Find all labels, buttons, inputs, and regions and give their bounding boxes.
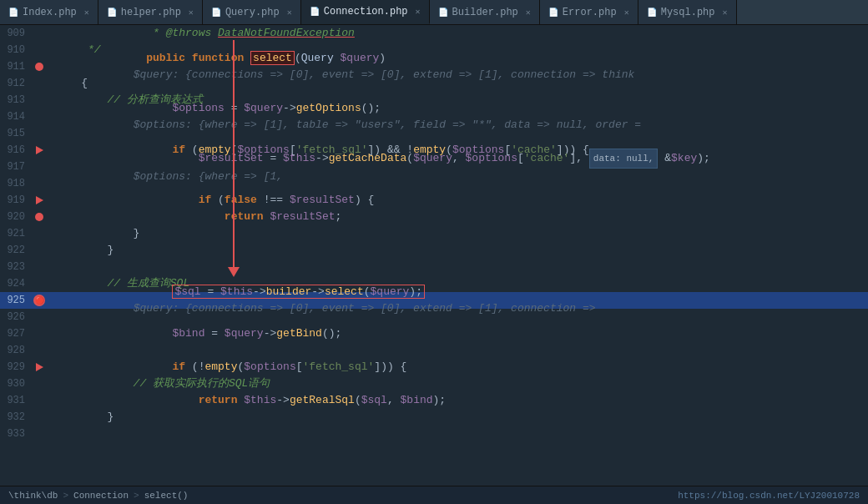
php-file-icon: 📄 [647, 8, 657, 18]
gutter-926 [30, 309, 48, 325]
line-row-920: 920 [0, 209, 48, 225]
gutter-929 [30, 359, 48, 375]
code-line-925: $sql = $this->builder->select($query); $… [48, 292, 868, 309]
gutter-915 [30, 125, 48, 142]
status-url: https://blog.csdn.net/LYJ20010728 [678, 491, 860, 501]
arrow-916 [36, 146, 43, 154]
line-row-912: 912 [0, 75, 48, 92]
code-line-920: return $resultSet; [48, 209, 868, 225]
line-row-927: 927 [0, 325, 48, 342]
line-row-918: 918 [0, 175, 48, 192]
line-row-913: 913 [0, 92, 48, 108]
gutter-913 [30, 92, 48, 108]
line-row-926: 926 [0, 309, 48, 325]
breakpoint-920 [35, 213, 43, 221]
status-breadcrumb-area: \think\db > Connection > select() [8, 491, 188, 501]
gutter-920 [30, 209, 48, 225]
line-row-909: 909 [0, 25, 48, 42]
tab-close-icon[interactable]: ✕ [84, 8, 89, 18]
line-row-928: 928 [0, 342, 48, 359]
tab-close-icon[interactable]: ✕ [723, 8, 728, 18]
gutter-918 [30, 175, 48, 192]
gutter-927 [30, 325, 48, 342]
tab-close-icon[interactable]: ✕ [189, 8, 194, 18]
php-file-icon: 📄 [438, 8, 448, 18]
gutter-932 [30, 409, 48, 426]
gutter-930 [30, 375, 48, 392]
code-lines: * @throws DataNotFoundException */ publi… [48, 25, 868, 442]
tab-close-icon[interactable]: ✕ [624, 8, 629, 18]
gutter-909 [30, 25, 48, 42]
line-row-915: 915 [0, 125, 48, 142]
line-row-924: 924 [0, 275, 48, 292]
line-row-922: 922 [0, 242, 48, 259]
php-file-icon: 📄 [8, 8, 18, 18]
breadcrumb-select: select() [144, 491, 189, 501]
tab-query-php[interactable]: 📄 Query.php ✕ [203, 0, 301, 24]
tab-mysql-php[interactable]: 📄 Mysql.php ✕ [638, 0, 737, 24]
tab-close-icon[interactable]: ✕ [526, 8, 531, 18]
gutter-933 [30, 426, 48, 442]
breakpoint-911 [35, 63, 43, 71]
breakpoint-current-925: 🔴 [33, 295, 45, 306]
line-row-932: 932 [0, 409, 48, 426]
main-content: 909 910 911 912 913 914 [0, 25, 868, 486]
gutter-919 [30, 192, 48, 209]
line-row-914: 914 [0, 108, 48, 125]
breadcrumb-think-db: \think\db [8, 491, 58, 501]
breadcrumb-sep-2: > [134, 491, 139, 501]
line-row-923: 923 [0, 259, 48, 275]
tab-bar: 📄 Index.php ✕ 📄 helper.php ✕ 📄 Query.php… [0, 0, 868, 25]
gutter-931 [30, 392, 48, 409]
gutter-914 [30, 108, 48, 125]
line-row-916: 916 [0, 142, 48, 159]
tab-close-icon[interactable]: ✕ [416, 7, 421, 17]
code-line-929: if (!empty($options['fetch_sql'])) { [48, 359, 868, 375]
code-line-927: $bind = $query->getBind(); [48, 325, 868, 342]
php-file-icon: 📄 [310, 7, 320, 17]
php-file-icon: 📄 [107, 8, 117, 18]
gutter-917 [30, 159, 48, 175]
gutter-910 [30, 42, 48, 58]
line-row-910: 910 [0, 42, 48, 58]
tab-helper-php[interactable]: 📄 helper.php ✕ [98, 0, 203, 24]
code-line-921: } [48, 225, 868, 242]
arrow-919 [36, 196, 43, 204]
line-row-925: 925 🔴 [0, 292, 48, 309]
tab-builder-php[interactable]: 📄 Builder.php ✕ [430, 0, 540, 24]
gutter-923 [30, 259, 48, 275]
code-editor[interactable]: * @throws DataNotFoundException */ publi… [48, 25, 868, 486]
breadcrumb-sep-1: > [63, 491, 68, 501]
code-line-917: $resultSet = $this->getCacheData($query,… [48, 159, 868, 175]
line-row-919: 919 [0, 192, 48, 209]
code-line-932: } [48, 409, 868, 426]
gutter-922 [30, 242, 48, 259]
gutter-925: 🔴 [30, 292, 48, 309]
line-row-921: 921 [0, 225, 48, 242]
line-row-931: 931 [0, 392, 48, 409]
code-line-911: public function select(Query $query) $qu… [48, 58, 868, 75]
code-line-933 [48, 426, 868, 442]
code-line-922: } [48, 242, 868, 259]
tab-index-php[interactable]: 📄 Index.php ✕ [0, 0, 98, 24]
code-line-914: $options = $query->getOptions(); $option… [48, 108, 868, 125]
gutter-924 [30, 275, 48, 292]
status-bar: \think\db > Connection > select() https:… [0, 486, 868, 504]
gutter-916 [30, 142, 48, 159]
php-file-icon: 📄 [211, 8, 221, 18]
gutter-911 [30, 58, 48, 75]
php-file-icon: 📄 [548, 8, 558, 18]
gutter-912 [30, 75, 48, 92]
line-row-929: 929 [0, 359, 48, 375]
line-row-911: 911 [0, 58, 48, 75]
tab-error-php[interactable]: 📄 Error.php ✕ [540, 0, 638, 24]
line-row-933: 933 [0, 426, 48, 442]
line-row-930: 930 [0, 375, 48, 392]
line-row-917: 917 [0, 159, 48, 175]
arrow-929 [36, 363, 43, 371]
tab-connection-php[interactable]: 📄 Connection.php ✕ [301, 0, 430, 24]
breadcrumb-connection: Connection [73, 491, 129, 501]
code-line-931: return $this->getRealSql($sql, $bind); [48, 392, 868, 409]
tab-close-icon[interactable]: ✕ [287, 8, 292, 18]
gutter-921 [30, 225, 48, 242]
